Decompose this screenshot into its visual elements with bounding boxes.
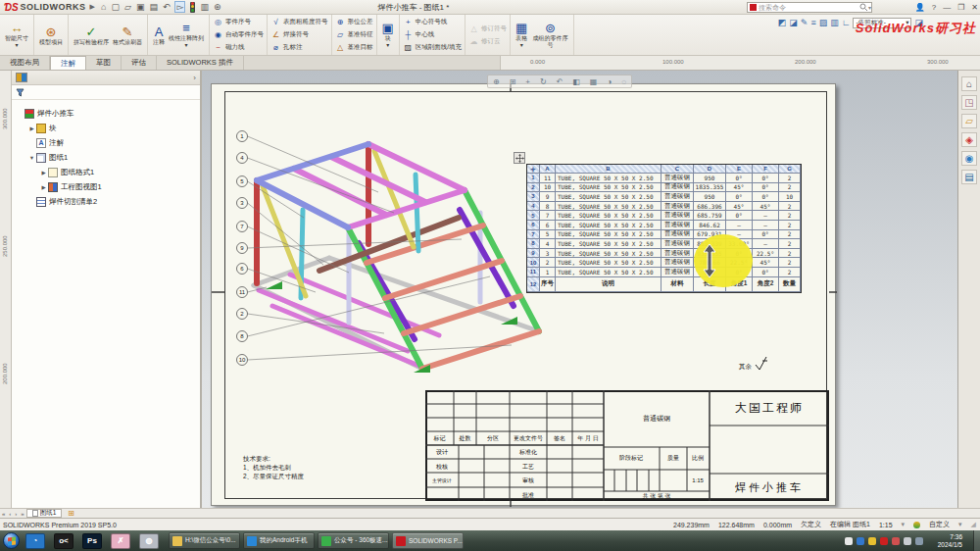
- table-cell[interactable]: TUBE, SQUARE 50 X 50 X 2.50: [556, 211, 662, 221]
- table-cell[interactable]: 2: [779, 211, 801, 221]
- tree-item-注解[interactable]: A注解: [12, 135, 200, 150]
- tree-item-焊件小推车[interactable]: 焊件小推车: [12, 106, 200, 121]
- table-cell[interactable]: 2: [540, 258, 556, 268]
- tray-icon[interactable]: [880, 537, 888, 545]
- table-cell[interactable]: 0°: [753, 268, 779, 277]
- photo-app-icon[interactable]: ✗: [111, 533, 130, 549]
- table-cell[interactable]: 3: [540, 249, 556, 259]
- footer-cell[interactable]: 数量: [779, 277, 801, 292]
- table-cell[interactable]: 1: [540, 268, 556, 277]
- restore-button[interactable]: ❐: [957, 3, 964, 12]
- ribbon-item-center-mark[interactable]: +中心符号线: [403, 17, 462, 28]
- photoshop-icon[interactable]: Ps: [82, 533, 102, 549]
- hide-show-icon[interactable]: ◌: [621, 77, 626, 86]
- table-cell[interactable]: 普通碳钢: [662, 268, 694, 277]
- view-orientation-icon[interactable]: ▦: [590, 77, 598, 86]
- footer-cell[interactable]: 序号: [540, 277, 556, 292]
- taskbar-button-browser-window[interactable]: 公众号 - 360极速...: [318, 532, 389, 549]
- row-number[interactable]: 5: [527, 211, 540, 221]
- ribbon-item-datum-target[interactable]: △基准目标: [335, 42, 373, 54]
- custom-view-label[interactable]: 自定义: [929, 520, 950, 529]
- ribbon-item-magnetic-line[interactable]: ~磁力线: [213, 42, 264, 54]
- zoom-fit-icon[interactable]: ⊕: [493, 77, 500, 86]
- custom-properties-icon[interactable]: ▤: [961, 170, 977, 184]
- tray-icon[interactable]: [857, 537, 864, 545]
- last-sheet-button[interactable]: »: [21, 511, 24, 517]
- footer-cell[interactable]: 材料: [662, 277, 694, 292]
- table-cell[interactable]: 0°: [726, 211, 753, 221]
- scale-dropdown-icon[interactable]: ▾: [902, 521, 906, 528]
- surface-finish-annotation[interactable]: 其余: [739, 356, 769, 372]
- table-cell[interactable]: 2: [779, 268, 801, 277]
- row-number[interactable]: 10: [527, 258, 540, 268]
- eraser-icon[interactable]: ◪: [789, 18, 798, 27]
- utility-app-icon[interactable]: ◍: [139, 533, 159, 549]
- drawing-sheet[interactable]: 1453796112810 ✛ABCDEFG111TUBE, SQUARE 50…: [211, 83, 836, 506]
- table-cell[interactable]: 2: [779, 249, 801, 259]
- table-cell[interactable]: TUBE, SQUARE 50 X 50 X 2.50: [556, 258, 662, 268]
- taskbar-button-android-window[interactable]: 我的Android手机: [243, 532, 315, 549]
- table-cell[interactable]: 685.759: [694, 211, 726, 221]
- table-cell[interactable]: 950: [694, 192, 726, 202]
- taskbar-button-folder-window[interactable]: H:\微信公众号\0...: [169, 532, 240, 549]
- pan-icon[interactable]: +: [525, 77, 530, 86]
- table-cell[interactable]: –: [726, 221, 753, 230]
- table-cell[interactable]: 1835.355: [694, 183, 726, 193]
- display-style-icon[interactable]: ◑: [607, 77, 612, 86]
- ribbon-item-table[interactable]: ▦表格▾: [514, 20, 529, 50]
- column-header[interactable]: E: [726, 165, 753, 174]
- visibility-traffic-icon[interactable]: [190, 2, 195, 13]
- table-cell[interactable]: 950: [694, 174, 726, 183]
- hatch-icon[interactable]: ▨: [819, 18, 828, 27]
- row-number[interactable]: 12: [527, 277, 540, 292]
- table-cell[interactable]: 2: [779, 202, 801, 212]
- column-header[interactable]: F: [753, 165, 779, 174]
- help-icon[interactable]: ?: [932, 3, 936, 12]
- line-format-icon[interactable]: ≡: [810, 18, 815, 27]
- search-commands-input[interactable]: 搜索命令 ▾: [747, 2, 872, 13]
- ribbon-item-note[interactable]: A注释: [151, 24, 167, 47]
- table-cell[interactable]: 普通碳钢: [662, 258, 694, 268]
- table-cell[interactable]: 45°: [726, 183, 753, 193]
- table-cell[interactable]: –: [753, 211, 779, 221]
- ribbon-item-spell-checker[interactable]: ✓拼写检验程序: [72, 24, 111, 47]
- ribbon-item-geometric-tolerance[interactable]: ⊕形位公差: [335, 17, 373, 28]
- tab-草图[interactable]: 草图: [86, 56, 122, 70]
- user-icon[interactable]: 👤: [915, 3, 925, 12]
- table-cell[interactable]: TUBE, SQUARE 50 X 50 X 2.50: [556, 249, 662, 259]
- tab-评估[interactable]: 评估: [122, 56, 157, 70]
- table-cell[interactable]: 45°: [753, 258, 779, 268]
- options-icon[interactable]: ▥: [200, 2, 209, 12]
- table-cell[interactable]: 6: [540, 221, 556, 230]
- title-block[interactable]: 普通碳钢 阶段标记 质量 比例 1:15 共 张 第 张 大国工程师 焊件小推车…: [425, 390, 829, 501]
- menu-flyout-arrow[interactable]: ▶: [90, 3, 95, 11]
- ribbon-item-linear-note-pattern[interactable]: ≡线性注释阵列▾: [167, 20, 206, 50]
- table-cell[interactable]: 8: [540, 202, 556, 212]
- ribbon-item-block[interactable]: ▣块▾: [380, 20, 396, 50]
- save-icon[interactable]: ▣: [136, 2, 145, 12]
- ribbon-item-revision-cloud[interactable]: ☁修订云: [468, 35, 507, 47]
- expander-icon[interactable]: ▶: [39, 170, 48, 175]
- table-cell[interactable]: TUBE, SQUARE 50 X 50 X 2.50: [556, 192, 662, 202]
- show-desktop-button[interactable]: [973, 530, 980, 551]
- row-number[interactable]: 7: [527, 230, 540, 240]
- ribbon-item-auto-balloon[interactable]: ◉自动零件序号: [213, 29, 264, 41]
- table-cell[interactable]: 22.5°: [753, 249, 779, 259]
- section-view-icon[interactable]: ◧: [572, 77, 580, 86]
- zoom-area-icon[interactable]: ⊞: [510, 77, 516, 86]
- table-cell[interactable]: 11: [540, 174, 556, 183]
- ribbon-item-format-painter[interactable]: ✎格式涂刷器: [111, 24, 144, 47]
- table-cell[interactable]: 0°: [726, 174, 753, 183]
- file-explorer-icon[interactable]: ▱: [961, 114, 977, 128]
- start-button[interactable]: [3, 532, 20, 549]
- expander-icon[interactable]: ▼: [27, 155, 36, 161]
- expander-icon[interactable]: ▶: [27, 125, 36, 131]
- format-painter-icon[interactable]: ◩: [778, 18, 787, 27]
- ribbon-item-weld-symbol[interactable]: ∠焊接符号: [270, 29, 328, 41]
- table-cell[interactable]: 45°: [726, 202, 753, 212]
- tray-icon[interactable]: [845, 537, 853, 545]
- table-cell[interactable]: 2: [779, 230, 801, 240]
- layer-icon[interactable]: ▥: [830, 18, 839, 27]
- table-move-handle-icon[interactable]: [514, 152, 525, 164]
- table-cell[interactable]: 普通碳钢: [662, 192, 694, 202]
